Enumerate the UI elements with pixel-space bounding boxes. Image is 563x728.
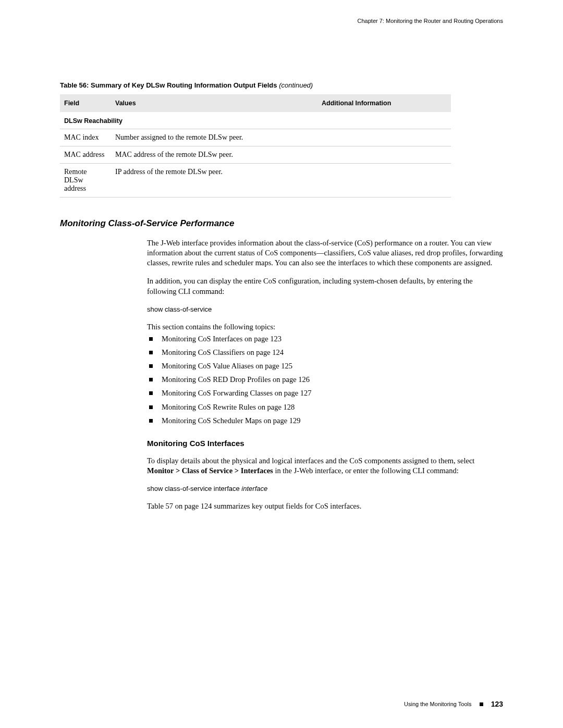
paragraph: To display details about the physical an… — [147, 456, 503, 476]
info-table: Field Values Additional Information DLSw… — [60, 94, 451, 198]
page-footer: Using the Monitoring Tools 123 — [404, 700, 503, 708]
menu-path: Monitor > Class of Service > Interfaces — [147, 466, 273, 475]
list-item: Monitoring CoS Forwarding Classes on pag… — [147, 388, 503, 398]
table-section-label: DLSw Reachability — [60, 112, 451, 129]
list-item: Monitoring CoS Rewrite Rules on page 128 — [147, 402, 503, 412]
paragraph: In addition, you can display the entire … — [147, 276, 503, 296]
list-item: Monitoring CoS Scheduler Maps on page 12… — [147, 416, 503, 426]
table-section-row: DLSw Reachability — [60, 112, 451, 129]
cell-values: Number assigned to the remote DLSw peer. — [111, 129, 317, 146]
cli-command: show class-of-service interface interfac… — [147, 484, 503, 493]
cell-additional — [317, 146, 451, 164]
footer-label: Using the Monitoring Tools — [404, 701, 471, 707]
cell-field: MAC address — [60, 146, 111, 164]
cell-values: IP address of the remote DLSw peer. — [111, 164, 317, 198]
cli-command-arg: interface — [241, 485, 267, 492]
table-caption-main: Table 56: Summary of Key DLSw Routing In… — [60, 81, 277, 89]
cli-command-base: show class-of-service interface — [147, 485, 241, 492]
section-heading: Monitoring Class-of-Service Performance — [60, 218, 503, 229]
paragraph: The J-Web interface provides information… — [147, 238, 503, 268]
list-item: Monitoring CoS Classifiers on page 124 — [147, 348, 503, 357]
paragraph-text: To display details about the physical an… — [147, 456, 474, 465]
page-number: 123 — [491, 700, 503, 708]
table-row: MAC address MAC address of the remote DL… — [60, 146, 451, 164]
cell-additional — [317, 164, 451, 198]
table-row: MAC index Number assigned to the remote … — [60, 129, 451, 146]
cell-values: MAC address of the remote DLSw peer. — [111, 146, 317, 164]
cell-field: Remote DLSw address — [60, 164, 111, 198]
paragraph-text: in the J-Web interface, or enter the fol… — [273, 466, 459, 475]
paragraph: This section contains the following topi… — [147, 322, 503, 332]
table-caption-continued: (continued) — [277, 81, 313, 89]
table-row: Remote DLSw address IP address of the re… — [60, 164, 451, 198]
cli-command: show class-of-service — [147, 305, 503, 314]
cell-additional — [317, 129, 451, 146]
col-additional-info: Additional Information — [317, 94, 451, 112]
paragraph: Table 57 on page 124 summarizes key outp… — [147, 501, 503, 511]
topic-list: Monitoring CoS Interfaces on page 123 Mo… — [147, 334, 503, 426]
table-caption: Table 56: Summary of Key DLSw Routing In… — [60, 81, 503, 89]
list-item: Monitoring CoS RED Drop Profiles on page… — [147, 375, 503, 385]
subsection-heading: Monitoring CoS Interfaces — [147, 438, 503, 449]
body-content: The J-Web interface provides information… — [147, 238, 503, 511]
col-values: Values — [111, 94, 317, 112]
table-header-row: Field Values Additional Information — [60, 94, 451, 112]
col-field: Field — [60, 94, 111, 112]
list-item: Monitoring CoS Interfaces on page 123 — [147, 334, 503, 344]
cell-field: MAC index — [60, 129, 111, 146]
footer-square-icon — [480, 702, 483, 706]
list-item: Monitoring CoS Value Aliases on page 125 — [147, 361, 503, 371]
running-header: Chapter 7: Monitoring the Router and Rou… — [60, 18, 503, 24]
